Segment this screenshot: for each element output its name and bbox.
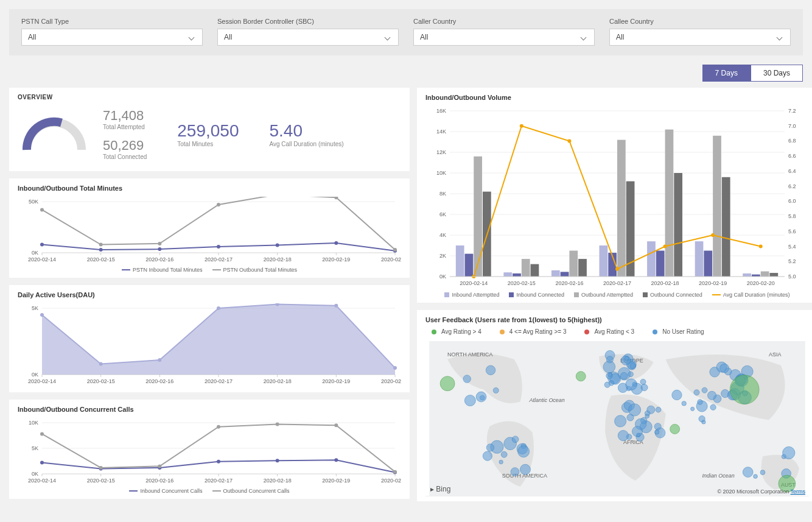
svg-text:2020-02-18: 2020-02-18 <box>651 280 679 286</box>
chart-legend: Inbound Concurrent Calls Outbound Concur… <box>18 488 401 494</box>
svg-text:7.2: 7.2 <box>788 108 796 114</box>
svg-text:2020-02-19: 2020-02-19 <box>322 478 350 484</box>
card-title: Inbound/Outbound Total Minutes <box>18 185 401 192</box>
svg-text:6.0: 6.0 <box>788 198 796 204</box>
map-copyright: © 2020 Microsoft Corporation Terms <box>717 488 805 495</box>
svg-point-92 <box>334 423 338 427</box>
terms-link[interactable]: Terms <box>791 488 806 495</box>
svg-rect-134 <box>551 270 560 277</box>
minutes-chart-card: Inbound/Outbound Total Minutes 0K50K2020… <box>9 178 410 278</box>
svg-point-24 <box>334 241 338 245</box>
svg-point-219 <box>654 423 661 430</box>
svg-point-204 <box>655 430 659 434</box>
svg-text:2020-02-16: 2020-02-16 <box>145 256 173 263</box>
svg-point-57 <box>334 304 338 308</box>
dau-chart[interactable]: 0K5K2020-02-142020-02-152020-02-162020-0… <box>18 303 401 386</box>
pstn-select[interactable]: All <box>21 29 203 46</box>
svg-point-227 <box>520 464 530 474</box>
kpi-label: Total Minutes <box>177 141 239 147</box>
svg-point-182 <box>640 379 646 384</box>
svg-text:Atlantic Ocean: Atlantic Ocean <box>529 397 565 403</box>
svg-point-84 <box>276 459 279 462</box>
svg-point-54 <box>158 358 161 362</box>
minutes-chart[interactable]: 0K50K2020-02-142020-02-152020-02-162020-… <box>18 197 401 264</box>
svg-point-190 <box>630 364 635 369</box>
chart-legend: PSTN Inbound Total Minutes PSTN Outbound… <box>18 267 401 273</box>
bing-logo: ▸ Bing <box>430 485 450 493</box>
svg-point-255 <box>476 392 486 402</box>
svg-text:2020-02-18: 2020-02-18 <box>264 256 292 263</box>
svg-point-87 <box>40 432 44 436</box>
svg-point-271 <box>699 415 705 421</box>
seven-days-button[interactable]: 7 Days <box>702 65 751 82</box>
caller-select[interactable]: All <box>413 29 595 46</box>
filter-bar: PSTN Call Type All Session Border Contro… <box>9 9 803 55</box>
svg-rect-150 <box>704 251 712 277</box>
svg-point-229 <box>511 468 519 476</box>
gauge-icon <box>18 113 91 156</box>
svg-point-200 <box>603 361 615 373</box>
callee-select[interactable]: All <box>609 29 791 46</box>
svg-point-231 <box>486 444 494 451</box>
volume-chart[interactable]: 0K2K4K6K8K10K12K14K16K5.05.25.45.65.86.0… <box>425 106 809 289</box>
card-title: Daily Active Users(DAU) <box>18 291 401 298</box>
svg-rect-137 <box>578 259 587 277</box>
svg-point-20 <box>99 248 103 252</box>
svg-text:2020-02-20: 2020-02-20 <box>381 378 401 384</box>
svg-text:50K: 50K <box>29 199 38 205</box>
svg-point-254 <box>486 365 495 375</box>
svg-point-160 <box>520 124 523 128</box>
card-title: OVERVIEW <box>18 94 401 101</box>
svg-text:6.8: 6.8 <box>788 138 796 144</box>
sbc-select[interactable]: All <box>217 29 399 46</box>
svg-text:2020-02-16: 2020-02-16 <box>145 478 173 484</box>
svg-text:2K: 2K <box>439 253 446 259</box>
svg-text:0K: 0K <box>439 273 446 280</box>
kpi-label: Total Connected <box>103 153 147 160</box>
svg-rect-152 <box>722 177 730 277</box>
svg-rect-139 <box>600 245 608 277</box>
filter-label: Session Border Controller (SBC) <box>217 18 399 25</box>
svg-rect-141 <box>617 140 626 277</box>
svg-point-193 <box>606 373 612 379</box>
svg-text:5K: 5K <box>32 445 38 451</box>
svg-rect-136 <box>569 251 578 277</box>
select-value: All <box>224 33 232 41</box>
svg-point-222 <box>499 460 503 464</box>
svg-text:5.6: 5.6 <box>788 228 796 235</box>
svg-rect-149 <box>695 241 704 277</box>
kpi-value: 50,269 <box>103 139 147 152</box>
svg-rect-146 <box>665 130 674 277</box>
svg-rect-135 <box>561 272 569 277</box>
svg-text:2020-02-17: 2020-02-17 <box>603 280 631 286</box>
concurrent-chart[interactable]: 0K5K10K2020-02-142020-02-152020-02-16202… <box>18 418 401 485</box>
card-title: User Feedback (Users rate from 1(lowest)… <box>425 316 809 323</box>
svg-text:0K: 0K <box>32 250 38 256</box>
svg-point-251 <box>464 395 475 406</box>
svg-point-26 <box>40 208 44 211</box>
svg-point-217 <box>615 415 626 427</box>
svg-point-80 <box>40 461 44 465</box>
filter-callee: Callee Country All <box>609 18 791 46</box>
world-map[interactable]: NORTH AMERICA SOUTH AMERICA EUROPE AFRIC… <box>425 341 809 496</box>
chevron-down-icon <box>777 34 783 40</box>
svg-point-58 <box>393 366 397 370</box>
svg-point-186 <box>641 384 648 391</box>
svg-text:10K: 10K <box>29 420 38 426</box>
svg-text:2020-02-19: 2020-02-19 <box>699 280 727 286</box>
kpi-label: Avg Call Duration (minutes) <box>270 141 344 147</box>
svg-text:12K: 12K <box>436 149 446 155</box>
svg-point-163 <box>663 245 667 249</box>
svg-text:5.2: 5.2 <box>788 258 796 264</box>
svg-point-214 <box>645 414 649 418</box>
svg-point-264 <box>682 401 686 406</box>
svg-point-19 <box>40 243 44 247</box>
thirty-days-button[interactable]: 30 Days <box>751 65 803 82</box>
chart-legend: Inbound Attemptted Inbound Connected Out… <box>425 292 809 298</box>
svg-text:14K: 14K <box>436 129 446 135</box>
svg-text:5K: 5K <box>32 305 38 311</box>
svg-text:16K: 16K <box>436 108 446 114</box>
card-title: Inbound/Outbound Concurrent Calls <box>18 406 401 413</box>
kpi-label: Total Attempted <box>103 124 147 130</box>
svg-rect-144 <box>647 241 656 277</box>
